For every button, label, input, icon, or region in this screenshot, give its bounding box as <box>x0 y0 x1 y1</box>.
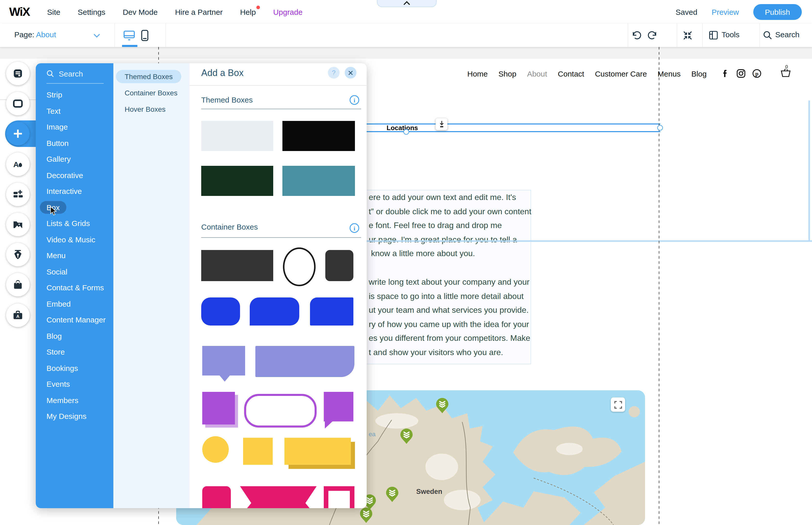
stretch-button[interactable] <box>436 118 447 130</box>
subnav-container-boxes[interactable]: Container Boxes <box>113 85 181 101</box>
sidebar-background-button[interactable] <box>6 92 30 115</box>
category-my-designs[interactable]: My Designs <box>36 408 106 424</box>
container-box-periwinkle-wide[interactable] <box>255 346 354 377</box>
help-button[interactable]: ? <box>328 67 339 78</box>
category-strip[interactable]: Strip <box>36 87 106 103</box>
category-bookings[interactable]: Bookings <box>36 360 106 376</box>
instagram-icon[interactable] <box>736 69 745 78</box>
map-fullscreen-button[interactable] <box>611 397 625 412</box>
mobile-icon[interactable] <box>141 30 149 41</box>
undo-icon[interactable] <box>631 31 641 40</box>
container-box-blue-rect[interactable] <box>310 298 353 326</box>
container-box-pill-outline[interactable] <box>244 394 317 427</box>
search-icon[interactable] <box>763 31 772 40</box>
category-gallery[interactable]: Gallery <box>36 151 106 167</box>
location-pin-icon[interactable] <box>360 508 372 523</box>
category-embed[interactable]: Embed <box>36 296 106 312</box>
collapse-icon[interactable] <box>683 31 693 40</box>
container-box-yellow-rect[interactable] <box>285 438 351 465</box>
selection-handle-right[interactable] <box>657 125 663 131</box>
selection-handle-bottom[interactable] <box>404 129 409 135</box>
info-icon[interactable]: i <box>349 223 360 233</box>
publish-button[interactable]: Publish <box>753 4 802 20</box>
location-pin-icon[interactable] <box>436 398 448 413</box>
themed-box-green[interactable] <box>201 166 273 196</box>
menu-upgrade[interactable]: Upgrade <box>273 7 303 16</box>
desktop-icon[interactable] <box>123 30 135 41</box>
container-box-ribbon[interactable] <box>240 486 317 508</box>
container-box-magenta-square[interactable] <box>202 486 231 508</box>
category-text[interactable]: Text <box>36 103 106 119</box>
category-lists-grids[interactable]: Lists & Grids <box>36 215 106 231</box>
sidebar-app-market-button[interactable] <box>6 183 30 206</box>
menu-hire-a-partner[interactable]: Hire a Partner <box>175 7 223 16</box>
info-icon[interactable]: i <box>349 95 360 105</box>
sidebar-pages-button[interactable] <box>6 62 30 85</box>
site-nav-customer-care[interactable]: Customer Care <box>595 69 647 78</box>
container-box-outline-square[interactable] <box>324 486 354 508</box>
search-button[interactable]: Search <box>775 30 799 39</box>
site-nav-home[interactable]: Home <box>467 69 488 78</box>
category-events[interactable]: Events <box>36 376 106 392</box>
container-box-rounded-square-dark[interactable] <box>325 250 353 281</box>
page-selector[interactable]: Page: About <box>14 30 56 39</box>
wix-logo[interactable]: WiX <box>9 5 30 19</box>
subnav-hover-boxes[interactable]: Hover Boxes <box>113 101 181 117</box>
site-nav-menus[interactable]: Menus <box>657 69 681 78</box>
container-box-rect-dark[interactable] <box>201 250 273 281</box>
collapse-tab[interactable] <box>377 0 437 7</box>
category-content-manager[interactable]: Content Manager <box>36 312 106 328</box>
category-box-selected[interactable]: Box <box>36 199 106 215</box>
site-nav-blog[interactable]: Blog <box>691 69 707 78</box>
themed-box-black[interactable] <box>282 121 355 151</box>
category-image[interactable]: Image <box>36 119 106 135</box>
category-interactive[interactable]: Interactive <box>36 183 106 199</box>
panel-search-field[interactable]: Search <box>46 70 83 78</box>
category-members[interactable]: Members <box>36 392 106 408</box>
sidebar-ascend-button[interactable]: A <box>6 303 30 327</box>
category-video-music[interactable]: Video & Music <box>36 231 106 247</box>
preview-button[interactable]: Preview <box>712 7 739 16</box>
sidebar-blog-pen-button[interactable] <box>6 243 30 266</box>
category-contact-forms[interactable]: Contact & Forms <box>36 280 106 296</box>
pinterest-icon[interactable]: p <box>752 69 761 78</box>
category-social[interactable]: Social <box>36 264 106 280</box>
saved-status[interactable]: Saved <box>676 7 697 16</box>
container-box-yellow-circle[interactable] <box>202 436 229 463</box>
menu-dev-mode[interactable]: Dev Mode <box>123 7 158 16</box>
container-box-speech-bubble[interactable] <box>202 346 245 375</box>
menu-settings[interactable]: Settings <box>78 7 105 16</box>
cart-icon[interactable]: 0 <box>779 66 792 80</box>
container-box-blue-rounded-2[interactable] <box>250 298 299 326</box>
sidebar-media-button[interactable] <box>6 213 30 236</box>
sidebar-store-button[interactable] <box>6 273 30 297</box>
container-box-ellipse-outline[interactable] <box>283 247 316 286</box>
menu-help[interactable]: Help <box>240 7 256 16</box>
facebook-icon[interactable] <box>720 69 729 78</box>
themed-box-teal[interactable] <box>282 166 355 196</box>
menu-site[interactable]: Site <box>47 7 60 16</box>
category-store[interactable]: Store <box>36 344 106 360</box>
location-pin-icon[interactable] <box>401 429 412 444</box>
page-dropdown-chevron[interactable] <box>93 34 100 38</box>
container-box-purple-bubble[interactable] <box>324 392 353 421</box>
category-decorative[interactable]: Decorative <box>36 167 106 183</box>
container-box-yellow-square[interactable] <box>243 438 273 465</box>
close-button[interactable]: ✕ <box>345 67 357 78</box>
tools-button[interactable]: Tools <box>722 30 739 39</box>
category-menu[interactable]: Menu <box>36 247 106 264</box>
container-box-blue-rounded[interactable] <box>201 298 240 326</box>
subnav-themed-boxes-selected[interactable]: Themed Boxes <box>113 69 181 85</box>
site-nav-shop[interactable]: Shop <box>498 69 516 78</box>
sidebar-site-design-button[interactable]: A <box>6 152 30 176</box>
redo-icon[interactable] <box>648 31 658 40</box>
tools-icon[interactable] <box>709 31 718 40</box>
themed-box-light[interactable] <box>201 121 273 151</box>
locations-text-element[interactable]: Locations <box>387 124 418 132</box>
category-blog[interactable]: Blog <box>36 328 106 344</box>
location-pin-icon[interactable] <box>386 487 398 502</box>
category-button[interactable]: Button <box>36 135 106 151</box>
site-nav-contact[interactable]: Contact <box>558 69 584 78</box>
site-nav-about[interactable]: About <box>527 69 547 78</box>
container-box-purple-square[interactable] <box>202 392 235 424</box>
